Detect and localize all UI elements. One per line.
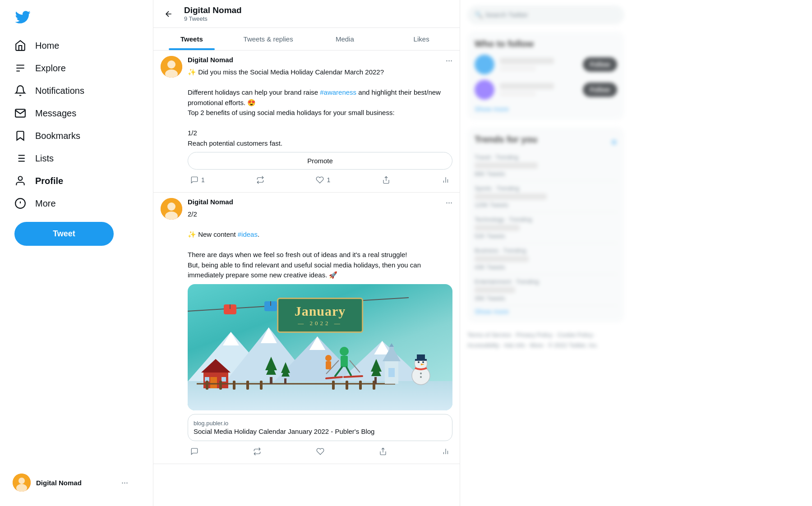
reply-action-2[interactable] xyxy=(188,445,201,458)
svg-line-66 xyxy=(344,376,362,377)
svg-rect-24 xyxy=(224,304,236,314)
tab-tweets-replies[interactable]: Tweets & replies xyxy=(230,28,307,50)
profile-header: Digital Nomad 9 Tweets xyxy=(153,0,460,28)
follow-item-1: Follow xyxy=(475,55,617,74)
sidebar-item-lists[interactable]: Lists xyxy=(7,147,146,170)
reply-icon xyxy=(190,176,198,184)
sidebar-item-explore[interactable]: Explore xyxy=(7,57,146,79)
follow-button-2[interactable]: Follow xyxy=(583,83,617,97)
trend-item-5[interactable]: Entertainment · Trending 35K Tweets xyxy=(475,275,617,306)
profile-footer[interactable]: Digital Nomad ··· xyxy=(7,468,134,497)
more-label: More xyxy=(35,198,56,209)
tab-tweets[interactable]: Tweets xyxy=(153,28,230,50)
like-action-2[interactable] xyxy=(314,445,327,458)
back-button[interactable] xyxy=(161,6,177,22)
tweet-2-more[interactable]: ··· xyxy=(446,198,452,207)
tab-likes[interactable]: Likes xyxy=(383,28,460,50)
svg-marker-39 xyxy=(201,359,231,373)
svg-point-73 xyxy=(420,373,422,374)
more-icon xyxy=(14,198,26,209)
tweet-1-body: Digital Nomad ··· ✨ Did you miss the Soc… xyxy=(188,56,452,187)
reply-count: 1 xyxy=(201,176,205,184)
trend-item-3[interactable]: Technology · Trending 52K Tweets xyxy=(475,212,617,244)
analytics-action[interactable] xyxy=(439,173,452,187)
analytics-icon xyxy=(442,176,450,184)
reply-icon-2 xyxy=(190,447,198,455)
tweet-image: January — 2022 — xyxy=(188,284,452,410)
like-action[interactable]: 1 xyxy=(313,173,333,187)
follow-handle-2 xyxy=(500,91,536,97)
trend-item-4[interactable]: Business · Trending 43K Tweets xyxy=(475,244,617,275)
svg-point-67 xyxy=(325,355,332,361)
share-action[interactable] xyxy=(379,173,393,187)
sidebar-item-messages[interactable]: Messages xyxy=(7,102,146,124)
svg-rect-47 xyxy=(246,381,249,390)
main-content: Digital Nomad 9 Tweets Tweets Tweets & r… xyxy=(153,0,460,506)
messages-label: Messages xyxy=(35,108,76,119)
who-to-follow-card: Who to follow Follow Follow Show more xyxy=(467,32,624,120)
like-count: 1 xyxy=(327,176,330,184)
right-sidebar: 🔍 Search Twitter Who to follow Follow Fo… xyxy=(460,0,632,506)
retweet-action[interactable] xyxy=(254,173,267,187)
home-icon xyxy=(14,40,26,51)
bell-icon xyxy=(14,85,26,97)
page-title: Digital Nomad xyxy=(184,5,242,15)
show-more-follow[interactable]: Show more xyxy=(475,105,617,113)
tweet-card-2: Digital Nomad ··· 2/2 ✨ New content #ide… xyxy=(153,193,460,464)
share-action-2[interactable] xyxy=(376,445,390,458)
svg-point-59 xyxy=(340,347,349,356)
mail-icon xyxy=(14,107,26,119)
profile-tabs: Tweets Tweets & replies Media Likes xyxy=(153,28,460,51)
link-title: Social Media Holiday Calendar January 20… xyxy=(194,428,447,435)
analytics-action-2[interactable] xyxy=(439,445,452,458)
follow-handle-1 xyxy=(500,66,536,71)
trend-item-2[interactable]: Sports · Trending 120K Tweets xyxy=(475,181,617,212)
sidebar-item-profile[interactable]: Profile xyxy=(7,170,146,192)
svg-point-14 xyxy=(167,60,175,69)
tab-media[interactable]: Media xyxy=(307,28,383,50)
heart-icon-2 xyxy=(316,447,324,455)
link-preview[interactable]: blog.publer.io Social Media Holiday Cale… xyxy=(188,414,452,441)
ideas-link[interactable]: #ideas xyxy=(238,230,258,238)
svg-rect-82 xyxy=(388,368,395,377)
analytics-icon-2 xyxy=(442,447,450,455)
profile-label: Profile xyxy=(35,176,63,186)
svg-rect-48 xyxy=(260,381,263,390)
sidebar-item-notifications[interactable]: Notifications xyxy=(7,79,146,102)
sidebar-item-home[interactable]: Home xyxy=(7,34,146,57)
sidebar-item-more[interactable]: More xyxy=(7,192,146,215)
tweet-card-1: Digital Nomad ··· ✨ Did you miss the Soc… xyxy=(153,51,460,193)
tweet-1-more[interactable]: ··· xyxy=(446,56,452,65)
reply-action[interactable]: 1 xyxy=(188,173,208,187)
search-bar[interactable]: 🔍 Search Twitter xyxy=(467,5,624,24)
footer-avatar xyxy=(13,474,31,492)
person-icon xyxy=(14,175,26,187)
follow-button-1[interactable]: Follow xyxy=(583,57,617,72)
retweet-action-2[interactable] xyxy=(250,445,264,458)
svg-rect-56 xyxy=(284,378,286,384)
svg-rect-68 xyxy=(326,361,331,369)
follow-info-2 xyxy=(500,83,577,97)
svg-rect-80 xyxy=(389,345,394,361)
share-icon xyxy=(382,176,390,184)
year-label: — 2022 — xyxy=(295,320,346,327)
heart-icon xyxy=(316,176,324,184)
show-more-trends[interactable]: Show more xyxy=(475,308,617,315)
promote-button[interactable]: Promote xyxy=(188,152,452,170)
explore-label: Explore xyxy=(35,63,66,74)
tree-right-1 xyxy=(370,359,383,386)
sidebar-item-bookmarks[interactable]: Bookmarks xyxy=(7,124,146,147)
settings-icon[interactable]: ⚙ xyxy=(611,138,617,147)
footer-links: Terms of Service · Privacy Policy · Cook… xyxy=(467,330,624,351)
svg-line-65 xyxy=(326,377,342,378)
follow-name-2 xyxy=(500,83,554,89)
tweet-button[interactable]: Tweet xyxy=(14,222,114,246)
svg-rect-44 xyxy=(206,381,208,390)
svg-point-11 xyxy=(18,478,25,484)
tweet-avatar-2 xyxy=(161,198,182,220)
twitter-logo[interactable] xyxy=(7,4,146,32)
trend-item-1[interactable]: Travel · Trending 86K Tweets xyxy=(475,150,617,181)
tweet-2-header: Digital Nomad ··· xyxy=(188,198,452,207)
awareness-link[interactable]: #awareness xyxy=(320,88,356,96)
svg-marker-81 xyxy=(389,343,394,347)
